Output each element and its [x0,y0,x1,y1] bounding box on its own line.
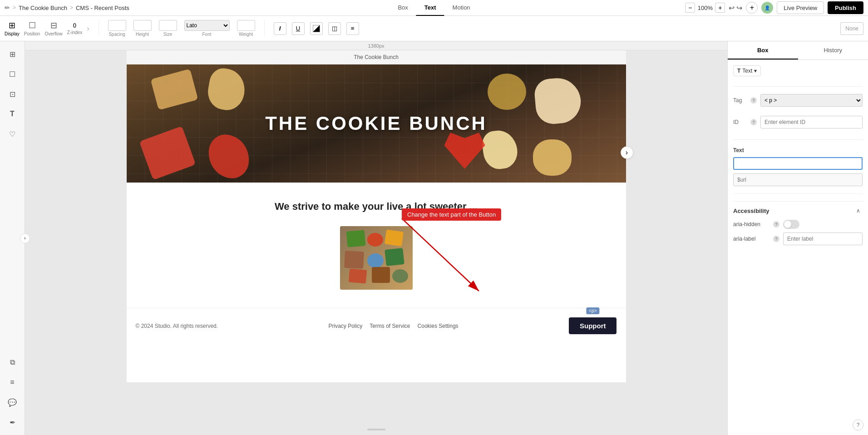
zoom-level: 100% [697,5,713,11]
cookie-shape-4 [488,74,526,110]
left-tool-pages[interactable]: ⧉ [4,354,20,371]
footer-cookies-link[interactable]: Cookies Settings [418,323,459,329]
divider-3 [733,193,863,194]
zindex-tool[interactable]: 0 Z-index [67,22,82,35]
text-type-chevron: ▾ [754,68,757,74]
display-tool[interactable]: ⊞ Display [5,20,20,36]
zoom-in-button[interactable]: + [715,3,725,13]
left-tool-comments[interactable]: 💬 [4,394,20,410]
tab-box[interactable]: Box [390,0,416,16]
thumb-cookie-5 [367,253,384,268]
canvas-ruler: 1380px [25,41,727,50]
surl-input[interactable] [733,173,863,186]
position-tool[interactable]: ☐ Position [24,20,40,36]
left-tool-heart[interactable]: ♡ [4,126,20,142]
spacing-field: 0 Spacing [108,20,126,37]
align-button[interactable]: ≡ [346,22,359,35]
aria-hidden-toggle[interactable] [783,220,799,229]
main-layout: ⊞ ☐ ⊡ T ♡ ⧉ ≡ 💬 ✒ › 1380px The Cookie Bu… [0,41,868,435]
tag-label: Tag [733,97,747,104]
footer-copyright: © 2024 Studio. All rights reserved. [136,323,218,329]
breadcrumb-nav: ✏ > The Cookie Bunch > CMS - Recent Post… [5,4,129,11]
publish-button[interactable]: Publish [828,1,863,14]
undo-button[interactable]: ↩ [729,4,735,12]
font-label: Font [202,32,212,37]
right-panel-body: T Text ▾ Tag ? < p > < h1 > < h2 > < spa… [728,60,868,254]
zoom-controls: − 100% + [685,3,725,13]
toolbar-expand-button[interactable]: › [87,25,89,33]
text-type-button[interactable]: T Text ▾ [733,65,761,76]
right-panel-tabs: Box History [728,41,868,60]
tag-help-icon: ? [750,97,757,104]
footer-support-button[interactable]: Support [569,317,617,334]
canvas-expand-button[interactable]: › [621,146,633,159]
canvas-wrapper: THE COOKIE BUNCH › We strive to make you… [127,64,626,382]
zoom-out-button[interactable]: − [685,3,695,13]
tab-text[interactable]: Text [416,0,444,16]
breadcrumb-page[interactable]: CMS - Recent Posts [76,5,129,11]
weight-input[interactable]: 700 [237,20,255,31]
thumb-cookie-8 [372,267,390,283]
thumb-cookie-6 [385,248,404,266]
id-input[interactable] [760,116,863,129]
redo-button[interactable]: ↪ [736,4,742,12]
color-picker[interactable] [310,22,323,35]
position-label: Position [24,31,40,36]
left-tool-image[interactable]: ⊡ [4,86,20,102]
breadcrumb-site[interactable]: The Cookie Bunch [19,5,67,11]
site-content: › We strive to make your live a lot swee… [127,183,626,308]
aria-hidden-label: aria-hidden [733,221,769,227]
accessibility-title: Accessibility [733,208,769,214]
footer-privacy-link[interactable]: Privacy Policy [329,323,363,329]
left-tool-pen[interactable]: ✒ [4,414,20,430]
aria-label-input[interactable] [783,232,863,245]
left-tool-grid[interactable]: ⊞ [4,46,20,62]
aria-label-label: aria-label [733,236,769,242]
id-label: ID [733,119,747,125]
shadow-button[interactable]: ◫ [328,22,341,35]
left-tool-layers[interactable]: ≡ [4,374,20,391]
spacing-input[interactable]: 0 [108,20,126,31]
right-tab-history[interactable]: History [798,41,868,59]
thumb-cookie-7 [348,268,366,283]
edit-icon[interactable]: ✏ [5,4,10,11]
font-select[interactable]: Lato [184,20,230,31]
size-input[interactable]: 18 [159,20,177,31]
canvas-area[interactable]: 1380px The Cookie Bunch [25,41,727,435]
live-preview-button[interactable]: Live Preview [777,1,824,14]
ruler-label: 1380px [368,43,384,49]
height-label: Height [136,32,149,37]
overflow-tool[interactable]: ⊟ Overflow [44,20,62,36]
help-button[interactable]: ? [853,420,863,430]
text-type-header: T Text ▾ [733,65,863,76]
avatar: 👤 [761,2,773,14]
toolbar: ⊞ Display ☐ Position ⊟ Overflow 0 Z-inde… [0,16,868,41]
height-field: 1 Height [133,20,152,37]
accessibility-collapse-button[interactable]: ∧ [853,206,863,215]
text-content-input[interactable]: Support [733,157,863,170]
spacing-tools: 0 Spacing 1 Height 18 Size Lato Font 700… [99,20,265,37]
tag-select[interactable]: < p > < h1 > < h2 > < span > [760,94,863,107]
id-row: ID ? [733,116,863,129]
tab-motion[interactable]: Motion [444,0,478,16]
add-element-button[interactable]: + [746,2,758,14]
footer-terms-link[interactable]: Terms of Service [370,323,410,329]
divider-2 [733,139,863,140]
left-tool-box[interactable]: ☐ [4,66,20,82]
left-tool-text[interactable]: T [4,106,20,122]
divider-1 [733,86,863,87]
right-tab-box[interactable]: Box [728,41,798,59]
sidebar-expand-button[interactable]: › [20,233,30,243]
site-header: THE COOKIE BUNCH [127,64,626,183]
breadcrumb-sep2: > [70,5,73,11]
overflow-label: Overflow [44,31,62,36]
underline-button[interactable]: U [292,22,305,35]
height-input[interactable]: 1 [133,20,152,31]
size-field: 18 Size [159,20,177,37]
text-type-icon: T [737,68,740,74]
help-section: ? [728,415,868,435]
italic-button[interactable]: I [274,22,286,35]
left-sidebar-bottom: ⧉ ≡ 💬 ✒ [4,354,20,435]
conditional-styles-button[interactable]: None [840,22,863,35]
style-tools: I U ◫ ≡ [265,22,368,35]
